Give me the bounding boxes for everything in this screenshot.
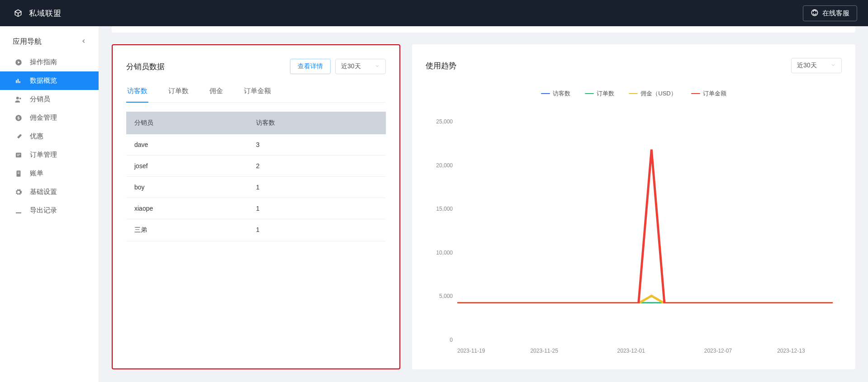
nav-icon: $ [14,114,23,122]
distributor-table: 分销员 访客数 dave3josef2boy1xiaope1三弟1 [126,112,386,241]
view-detail-button[interactable]: 查看详情 [290,59,331,74]
upper-card-strip [112,26,855,33]
tab-3[interactable]: 订单金额 [243,82,272,103]
chart-legend: 访客数订单数佣金（USD）订单金额 [426,90,842,98]
cell-name: xiaope [134,205,256,212]
legend-label: 订单数 [597,90,614,98]
svg-rect-11 [18,172,20,172]
cell-value: 2 [256,162,260,170]
table-row: 三弟1 [126,219,386,241]
tab-2[interactable]: 佣金 [209,82,224,103]
nav-header-label: 应用导航 [13,37,42,47]
svg-rect-9 [17,155,19,156]
table-header: 分销员 访客数 [126,112,386,134]
x-tick: 2023-11-25 [530,348,558,354]
th-visitors: 访客数 [256,119,275,127]
legend-label: 订单金额 [703,90,726,98]
y-tick: 15,000 [426,206,453,212]
y-tick: 0 [426,337,453,343]
sidebar-item-5[interactable]: 订单管理 [0,146,99,164]
nav-icon [14,188,23,196]
y-tick: 25,000 [426,118,453,125]
app-title: 私域联盟 [29,8,62,19]
trend-title: 使用趋势 [426,61,456,71]
trend-card: 使用趋势 近30天 访客数订单数佣金（USD）订单金额 25,00020,000… [412,44,855,369]
tab-1[interactable]: 订单数 [167,82,190,103]
legend-item[interactable]: 订单数 [585,90,614,98]
distributor-tabs: 访客数订单数佣金订单金额 [126,82,386,103]
main-content: 分销员数据 查看详情 近30天 访客数订单数佣金订单金额 分 [99,26,868,382]
nav-icon [14,170,23,178]
tab-0[interactable]: 访客数 [126,82,148,103]
sidebar-item-4[interactable]: 优惠 [0,127,99,146]
cell-value: 3 [256,141,260,148]
y-tick: 5,000 [426,293,453,299]
sidebar-item-7[interactable]: 基础设置 [0,183,99,201]
chevron-down-icon [830,62,836,69]
legend-label: 佣金（USD） [640,90,676,98]
x-tick: 2023-12-07 [704,348,732,354]
sidebar-item-0[interactable]: 操作指南 [0,53,99,71]
svg-point-3 [19,97,21,99]
svg-point-6 [17,137,18,138]
cell-value: 1 [256,184,260,191]
legend-item[interactable]: 访客数 [541,90,570,98]
trend-range-value: 近30天 [797,61,817,70]
nav-header: 应用导航 [0,29,99,53]
nav-label: 分销员 [30,95,50,104]
sidebar-item-2[interactable]: 分销员 [0,90,99,108]
svg-rect-8 [17,154,20,154]
nav-label: 数据概览 [30,76,57,85]
legend-swatch [629,93,638,94]
table-row: boy1 [126,177,386,198]
nav-icon [14,58,23,66]
headset-icon [811,9,819,18]
nav-icon [14,95,23,104]
sidebar-item-1[interactable]: 数据概览 [0,71,99,90]
y-axis: 25,00020,00015,00010,0005,0000 [426,116,456,340]
collapse-icon[interactable] [81,38,87,46]
x-tick: 2023-12-13 [777,348,805,354]
trend-range-select[interactable]: 近30天 [791,58,842,73]
svg-point-2 [16,97,19,99]
sidebar-item-8[interactable]: 导出记录 [0,201,99,220]
cell-value: 1 [256,205,260,212]
cell-name: josef [134,162,256,170]
nav-label: 基础设置 [30,188,57,196]
cube-logo-icon [14,9,23,18]
svg-rect-7 [16,152,21,157]
sidebar-item-6[interactable]: 账单 [0,164,99,183]
chart-area: 25,00020,00015,00010,0005,0000 2023-11-1… [426,116,842,358]
svg-rect-12 [18,173,20,174]
nav-label: 导出记录 [30,206,57,215]
nav-label: 操作指南 [30,58,57,66]
distributor-range-value: 近30天 [341,62,361,71]
nav-icon [14,207,23,215]
distributor-data-card: 分销员数据 查看详情 近30天 访客数订单数佣金订单金额 分 [112,44,400,369]
x-tick: 2023-11-19 [457,348,485,354]
y-tick: 20,000 [426,162,453,169]
cell-name: boy [134,184,256,191]
legend-item[interactable]: 订单金额 [691,90,726,98]
legend-item[interactable]: 佣金（USD） [629,90,676,98]
sidebar-item-3[interactable]: $佣金管理 [0,108,99,127]
cell-name: 三弟 [134,226,256,234]
table-row: dave3 [126,134,386,156]
nav-label: 佣金管理 [30,113,57,122]
nav-icon [14,77,23,85]
support-button[interactable]: 在线客服 [803,5,857,21]
y-tick: 10,000 [426,250,453,256]
support-label: 在线客服 [822,9,849,18]
cell-name: dave [134,141,256,148]
legend-swatch [585,93,594,94]
nav-icon [14,151,23,159]
legend-label: 访客数 [553,90,570,98]
distributor-range-select[interactable]: 近30天 [335,59,386,74]
nav-icon [14,132,23,141]
x-axis: 2023-11-192023-11-252023-12-012023-12-07… [457,348,833,354]
nav-label: 优惠 [30,132,43,141]
chevron-down-icon [375,63,380,70]
legend-swatch [541,93,550,94]
table-row: josef2 [126,156,386,177]
svg-text:$: $ [17,116,19,120]
